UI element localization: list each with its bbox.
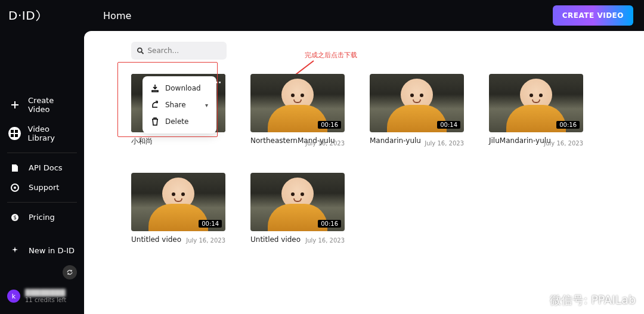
download-icon: [151, 84, 159, 92]
video-thumbnail[interactable]: 00:16: [250, 74, 345, 132]
header-bar: D·ID Home CREATE VIDEO: [0, 0, 644, 31]
credits-left: 11 credits left: [25, 297, 66, 303]
menu-item-delete[interactable]: Delete: [143, 113, 216, 130]
svg-line-9: [141, 51, 144, 54]
video-thumbnail[interactable]: 00:14: [131, 173, 225, 231]
sidebar-item-api-docs[interactable]: API Docs: [0, 158, 84, 178]
menu-item-share[interactable]: Share: [143, 97, 216, 113]
video-card[interactable]: 00:16 Untitled video July 16, 2023: [250, 173, 345, 244]
annotation-text: 完成之后点击下载: [305, 51, 357, 60]
svg-rect-0: [11, 130, 14, 133]
help-icon: [8, 184, 21, 192]
sync-icon: [66, 269, 73, 276]
video-date: July 16, 2023: [305, 140, 345, 147]
video-date: July 16, 2023: [544, 140, 583, 147]
svg-rect-3: [15, 134, 18, 137]
sidebar-label: API Docs: [29, 163, 63, 172]
sidebar-label: Pricing: [29, 213, 55, 222]
video-date: July 16, 2023: [186, 237, 225, 244]
sidebar: Create Video Video Library API Docs Supp…: [0, 31, 84, 314]
duration-badge: 00:14: [437, 121, 460, 129]
plus-icon: [8, 101, 21, 109]
trash-icon: [151, 117, 159, 126]
svg-rect-1: [15, 130, 18, 133]
sidebar-item-video-library[interactable]: Video Library: [0, 119, 84, 148]
duration-badge: 00:16: [318, 220, 341, 228]
sidebar-label: Support: [29, 183, 59, 192]
svg-point-5: [14, 186, 16, 189]
sidebar-label: Video Library: [28, 125, 76, 142]
grid-icon: [8, 127, 21, 140]
sidebar-item-new[interactable]: New in D-ID: [0, 241, 84, 260]
duration-badge: 00:14: [199, 220, 222, 228]
video-thumbnail[interactable]: 00:14: [370, 74, 464, 132]
main-panel: 完成之后点击下载 Download Share Delete ⋯ 小和尚: [84, 31, 644, 314]
username: ████████: [25, 289, 66, 297]
menu-item-download[interactable]: Download: [143, 80, 216, 97]
brand-logo: D·ID: [8, 8, 44, 23]
search-input[interactable]: [147, 46, 221, 55]
menu-label: Delete: [165, 117, 188, 126]
menu-label: Download: [165, 84, 201, 92]
sidebar-item-support[interactable]: Support: [0, 178, 84, 197]
duration-badge: 00:16: [556, 121, 580, 129]
video-date: July 16, 2023: [425, 140, 464, 147]
search-box[interactable]: [131, 42, 227, 60]
sync-button[interactable]: [63, 265, 77, 279]
logo-curve-icon: [35, 9, 44, 22]
sidebar-label: Create Video: [28, 96, 76, 114]
sidebar-label: New in D-ID: [29, 246, 75, 255]
create-video-button[interactable]: CREATE VIDEO: [553, 5, 633, 26]
search-icon: [137, 47, 144, 55]
video-card[interactable]: 00:14 Mandarin-yulu July 16, 2023: [370, 74, 464, 147]
page-title: Home: [103, 10, 131, 21]
video-card[interactable]: 00:16 JiluMandarin-yulu July 16, 2023: [489, 74, 583, 147]
watermark: 微信号: PPAILab: [531, 293, 636, 308]
video-date: July 16, 2023: [305, 237, 345, 244]
sidebar-item-pricing[interactable]: $ Pricing: [0, 207, 84, 227]
svg-text:$: $: [13, 214, 17, 220]
user-block[interactable]: k ████████ 11 credits left: [0, 284, 84, 308]
video-thumbnail[interactable]: 00:16: [250, 173, 345, 231]
dollar-icon: $: [8, 213, 21, 222]
wechat-icon: [531, 293, 545, 307]
share-icon: [151, 101, 159, 109]
duration-badge: 00:16: [318, 121, 341, 129]
avatar: k: [7, 290, 20, 303]
video-thumbnail[interactable]: 00:16: [489, 74, 583, 132]
svg-point-12: [537, 299, 542, 303]
menu-label: Share: [165, 101, 186, 109]
video-title: 小和尚: [131, 136, 225, 147]
video-card[interactable]: 00:16 NortheasternMand-yulu July 16, 202…: [250, 74, 345, 147]
doc-icon: [8, 164, 21, 172]
sidebar-item-create-video[interactable]: Create Video: [0, 91, 84, 119]
svg-point-8: [138, 48, 142, 52]
svg-rect-2: [11, 134, 14, 137]
sparkle-icon: [8, 247, 21, 255]
watermark-text: 微信号: PPAILab: [550, 293, 636, 308]
divider: [7, 153, 77, 153]
divider: [7, 202, 77, 203]
video-card[interactable]: 00:14 Untitled video July 16, 2023: [131, 173, 225, 244]
context-menu: Download Share Delete: [143, 76, 216, 133]
